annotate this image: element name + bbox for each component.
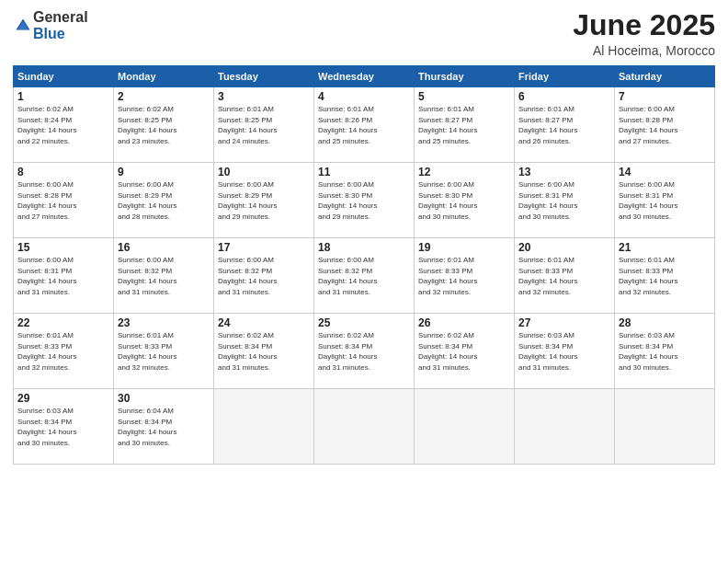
month-title: June 2025 (573, 9, 715, 41)
day-cell: 30Sunrise: 6:04 AM Sunset: 8:34 PM Dayli… (114, 389, 214, 465)
day-cell: 13Sunrise: 6:00 AM Sunset: 8:31 PM Dayli… (515, 163, 615, 238)
day-cell (415, 389, 515, 465)
day-number: 7 (619, 90, 711, 103)
week-row-1: 1Sunrise: 6:02 AM Sunset: 8:24 PM Daylig… (14, 87, 715, 163)
day-number: 13 (518, 166, 610, 178)
day-info: Sunrise: 6:01 AM Sunset: 8:27 PM Dayligh… (418, 104, 510, 146)
day-number: 14 (619, 166, 711, 178)
day-number: 23 (118, 316, 210, 329)
day-cell (214, 389, 314, 465)
day-number: 4 (318, 90, 410, 103)
day-number: 11 (318, 166, 410, 178)
logo-icon (15, 17, 31, 34)
header-row: Sunday Monday Tuesday Wednesday Thursday… (14, 66, 715, 87)
day-cell: 25Sunrise: 6:02 AM Sunset: 8:34 PM Dayli… (314, 314, 415, 389)
day-number: 6 (518, 90, 610, 103)
day-info: Sunrise: 6:00 AM Sunset: 8:30 PM Dayligh… (418, 179, 510, 222)
day-info: Sunrise: 6:02 AM Sunset: 8:34 PM Dayligh… (218, 330, 310, 373)
day-info: Sunrise: 6:00 AM Sunset: 8:28 PM Dayligh… (619, 104, 711, 146)
day-cell: 12Sunrise: 6:00 AM Sunset: 8:30 PM Dayli… (415, 163, 515, 238)
logo: General Blue (13, 9, 88, 42)
calendar-body: 1Sunrise: 6:02 AM Sunset: 8:24 PM Daylig… (14, 87, 715, 465)
day-cell: 29Sunrise: 6:03 AM Sunset: 8:34 PM Dayli… (14, 389, 114, 465)
day-info: Sunrise: 6:00 AM Sunset: 8:29 PM Dayligh… (218, 179, 310, 222)
day-number: 12 (418, 166, 510, 178)
week-row-2: 8Sunrise: 6:00 AM Sunset: 8:28 PM Daylig… (14, 163, 715, 238)
day-info: Sunrise: 6:01 AM Sunset: 8:25 PM Dayligh… (218, 104, 310, 146)
day-cell (515, 389, 615, 465)
day-cell: 20Sunrise: 6:01 AM Sunset: 8:33 PM Dayli… (515, 238, 615, 314)
day-cell: 6Sunrise: 6:01 AM Sunset: 8:27 PM Daylig… (515, 87, 615, 163)
day-info: Sunrise: 6:02 AM Sunset: 8:34 PM Dayligh… (418, 330, 510, 373)
day-info: Sunrise: 6:00 AM Sunset: 8:30 PM Dayligh… (318, 179, 410, 222)
logo-text: General Blue (33, 9, 88, 42)
day-cell: 21Sunrise: 6:01 AM Sunset: 8:33 PM Dayli… (615, 238, 715, 314)
day-number: 24 (218, 316, 310, 329)
week-row-5: 29Sunrise: 6:03 AM Sunset: 8:34 PM Dayli… (14, 389, 715, 465)
day-cell: 3Sunrise: 6:01 AM Sunset: 8:25 PM Daylig… (214, 87, 314, 163)
day-info: Sunrise: 6:03 AM Sunset: 8:34 PM Dayligh… (518, 330, 610, 373)
day-cell: 2Sunrise: 6:02 AM Sunset: 8:25 PM Daylig… (114, 87, 214, 163)
day-cell: 28Sunrise: 6:03 AM Sunset: 8:34 PM Dayli… (615, 314, 715, 389)
day-number: 3 (218, 90, 310, 103)
day-cell: 8Sunrise: 6:00 AM Sunset: 8:28 PM Daylig… (14, 163, 114, 238)
day-number: 8 (17, 166, 109, 178)
day-cell: 11Sunrise: 6:00 AM Sunset: 8:30 PM Dayli… (314, 163, 415, 238)
day-cell: 18Sunrise: 6:00 AM Sunset: 8:32 PM Dayli… (314, 238, 415, 314)
day-number: 17 (218, 241, 310, 254)
day-cell: 1Sunrise: 6:02 AM Sunset: 8:24 PM Daylig… (14, 87, 114, 163)
day-cell: 10Sunrise: 6:00 AM Sunset: 8:29 PM Dayli… (214, 163, 314, 238)
col-monday: Monday (114, 66, 214, 87)
day-info: Sunrise: 6:02 AM Sunset: 8:34 PM Dayligh… (318, 330, 410, 373)
title-block: June 2025 Al Hoceima, Morocco (573, 9, 715, 58)
day-info: Sunrise: 6:04 AM Sunset: 8:34 PM Dayligh… (118, 406, 210, 448)
day-info: Sunrise: 6:00 AM Sunset: 8:32 PM Dayligh… (218, 255, 310, 297)
day-number: 2 (118, 90, 210, 103)
day-number: 22 (17, 316, 109, 329)
day-cell: 26Sunrise: 6:02 AM Sunset: 8:34 PM Dayli… (415, 314, 515, 389)
day-info: Sunrise: 6:00 AM Sunset: 8:31 PM Dayligh… (518, 179, 610, 222)
day-cell: 7Sunrise: 6:00 AM Sunset: 8:28 PM Daylig… (615, 87, 715, 163)
day-cell: 27Sunrise: 6:03 AM Sunset: 8:34 PM Dayli… (515, 314, 615, 389)
day-info: Sunrise: 6:03 AM Sunset: 8:34 PM Dayligh… (17, 406, 109, 448)
day-cell (615, 389, 715, 465)
col-sunday: Sunday (14, 66, 114, 87)
day-info: Sunrise: 6:01 AM Sunset: 8:33 PM Dayligh… (418, 255, 510, 297)
day-info: Sunrise: 6:00 AM Sunset: 8:31 PM Dayligh… (17, 255, 109, 297)
day-info: Sunrise: 6:02 AM Sunset: 8:25 PM Dayligh… (118, 104, 210, 146)
day-cell: 15Sunrise: 6:00 AM Sunset: 8:31 PM Dayli… (14, 238, 114, 314)
day-info: Sunrise: 6:01 AM Sunset: 8:33 PM Dayligh… (118, 330, 210, 373)
week-row-4: 22Sunrise: 6:01 AM Sunset: 8:33 PM Dayli… (14, 314, 715, 389)
day-number: 9 (118, 166, 210, 178)
col-tuesday: Tuesday (214, 66, 314, 87)
calendar-table: Sunday Monday Tuesday Wednesday Thursday… (13, 65, 715, 465)
col-wednesday: Wednesday (314, 66, 415, 87)
page: General Blue June 2025 Al Hoceima, Moroc… (0, 0, 728, 563)
logo-general: General (33, 9, 88, 25)
location-title: Al Hoceima, Morocco (573, 43, 715, 58)
day-number: 29 (17, 392, 109, 405)
day-cell: 17Sunrise: 6:00 AM Sunset: 8:32 PM Dayli… (214, 238, 314, 314)
header: General Blue June 2025 Al Hoceima, Moroc… (13, 9, 715, 58)
day-number: 21 (619, 241, 711, 254)
day-cell: 9Sunrise: 6:00 AM Sunset: 8:29 PM Daylig… (114, 163, 214, 238)
col-friday: Friday (515, 66, 615, 87)
day-cell: 14Sunrise: 6:00 AM Sunset: 8:31 PM Dayli… (615, 163, 715, 238)
day-cell: 24Sunrise: 6:02 AM Sunset: 8:34 PM Dayli… (214, 314, 314, 389)
day-number: 20 (518, 241, 610, 254)
day-number: 25 (318, 316, 410, 329)
day-info: Sunrise: 6:01 AM Sunset: 8:27 PM Dayligh… (518, 104, 610, 146)
day-info: Sunrise: 6:00 AM Sunset: 8:28 PM Dayligh… (17, 179, 109, 222)
day-info: Sunrise: 6:01 AM Sunset: 8:33 PM Dayligh… (518, 255, 610, 297)
day-info: Sunrise: 6:00 AM Sunset: 8:32 PM Dayligh… (318, 255, 410, 297)
day-info: Sunrise: 6:03 AM Sunset: 8:34 PM Dayligh… (619, 330, 711, 373)
day-number: 18 (318, 241, 410, 254)
day-number: 27 (518, 316, 610, 329)
day-info: Sunrise: 6:01 AM Sunset: 8:33 PM Dayligh… (17, 330, 109, 373)
day-number: 10 (218, 166, 310, 178)
week-row-3: 15Sunrise: 6:00 AM Sunset: 8:31 PM Dayli… (14, 238, 715, 314)
day-number: 16 (118, 241, 210, 254)
day-cell: 23Sunrise: 6:01 AM Sunset: 8:33 PM Dayli… (114, 314, 214, 389)
col-thursday: Thursday (415, 66, 515, 87)
day-cell (314, 389, 415, 465)
